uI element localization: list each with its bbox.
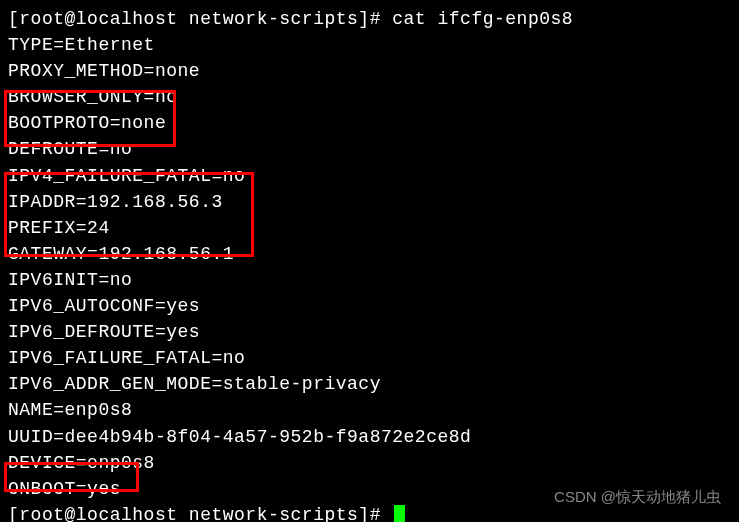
file-content-line: GATEWAY=192.168.56.1: [8, 241, 731, 267]
file-content-line: PROXY_METHOD=none: [8, 58, 731, 84]
shell-prompt: [root@localhost network-scripts]#: [8, 505, 392, 522]
file-content-line: IPV6_ADDR_GEN_MODE=stable-privacy: [8, 371, 731, 397]
cursor-icon: [394, 505, 405, 522]
shell-command: cat ifcfg-enp0s8: [392, 9, 573, 29]
file-content-line: NAME=enp0s8: [8, 397, 731, 423]
shell-prompt: [root@localhost network-scripts]#: [8, 9, 392, 29]
file-content-line: IPV6_DEFROUTE=yes: [8, 319, 731, 345]
file-content-line: DEVICE=enp0s8: [8, 450, 731, 476]
file-content-line: IPV6INIT=no: [8, 267, 731, 293]
file-content-line: IPADDR=192.168.56.3: [8, 189, 731, 215]
file-content-line: PREFIX=24: [8, 215, 731, 241]
file-content-line: TYPE=Ethernet: [8, 32, 731, 58]
watermark-text: CSDN @惊天动地猪儿虫: [554, 486, 721, 508]
file-content-line: DEFROUTE=no: [8, 136, 731, 162]
file-content-line: IPV6_FAILURE_FATAL=no: [8, 345, 731, 371]
file-content-line: BROWSER_ONLY=no: [8, 84, 731, 110]
terminal-command-line: [root@localhost network-scripts]# cat if…: [8, 6, 731, 32]
file-content-line: IPV6_AUTOCONF=yes: [8, 293, 731, 319]
file-content-line: UUID=dee4b94b-8f04-4a57-952b-f9a872e2ce8…: [8, 424, 731, 450]
file-content-line: IPV4_FAILURE_FATAL=no: [8, 163, 731, 189]
file-content-line: BOOTPROTO=none: [8, 110, 731, 136]
